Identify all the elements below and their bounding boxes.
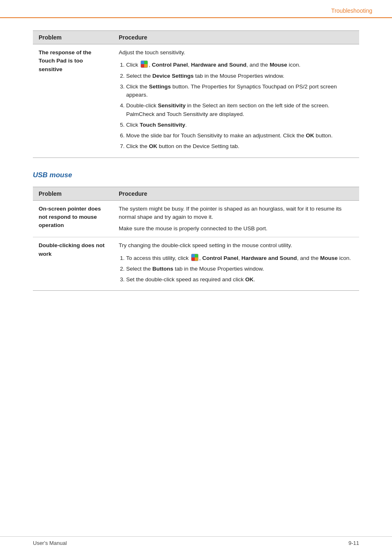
- usb-mouse-table: Problem Procedure On-screen pointer does…: [33, 187, 359, 291]
- list-item: Click the Settings button. The Propertie…: [126, 83, 353, 100]
- header-title: Troubleshooting: [331, 7, 372, 14]
- procedure-cell-3: Try changing the double-click speed sett…: [113, 237, 359, 291]
- page-header: Troubleshooting: [0, 0, 392, 18]
- footer-left: User's Manual: [33, 540, 67, 546]
- procedure-steps: Click , Control Panel, Hardware and Soun…: [126, 59, 353, 151]
- col-procedure-1: Procedure: [113, 31, 359, 44]
- list-item: Select the Buttons tab in the Mouse Prop…: [126, 265, 353, 273]
- list-item: Click , Control Panel, Hardware and Soun…: [126, 59, 353, 69]
- table-row: The response of the Touch Pad is too sen…: [33, 44, 359, 158]
- list-item: Move the slide bar for Touch Sensitivity…: [126, 132, 353, 140]
- touchpad-table: Problem Procedure The response of the To…: [33, 30, 359, 158]
- usb-mouse-section: USB mouse Problem Procedure On-screen po…: [33, 171, 359, 291]
- list-item: To access this utility, click , Control …: [126, 253, 353, 262]
- list-item: Set the double-click speed as required a…: [126, 276, 353, 284]
- list-item: Select the Device Settings tab in the Mo…: [126, 72, 353, 80]
- windows-icon: [141, 60, 148, 68]
- procedure-intro-2: Try changing the double-click speed sett…: [119, 241, 353, 250]
- table-row: On-screen pointer does not respond to mo…: [33, 200, 359, 237]
- col-problem-1: Problem: [33, 31, 113, 44]
- page-footer: User's Manual 9-11: [0, 536, 392, 546]
- problem-cell-2: On-screen pointer does not respond to mo…: [33, 200, 113, 237]
- table-row: Double-clicking does not work Try changi…: [33, 237, 359, 291]
- procedure-steps-2: To access this utility, click , Control …: [126, 253, 353, 284]
- section-title-usb: USB mouse: [33, 171, 359, 179]
- col-problem-2: Problem: [33, 187, 113, 200]
- procedure-part-1: The system might be busy. If the pointer…: [119, 205, 353, 222]
- procedure-part-2: Make sure the mouse is properly connecte…: [119, 225, 353, 233]
- procedure-cell-1: Adjust the touch sensitivity. Click , Co…: [113, 44, 359, 158]
- problem-cell-3: Double-clicking does not work: [33, 237, 113, 291]
- list-item: Click the OK button on the Device Settin…: [126, 142, 353, 151]
- problem-cell-1: The response of the Touch Pad is too sen…: [33, 44, 113, 158]
- windows-icon-2: [191, 254, 198, 261]
- footer-right: 9-11: [348, 540, 359, 546]
- procedure-intro: Adjust the touch sensitivity.: [119, 49, 353, 57]
- list-item: Click Touch Sensitivity.: [126, 121, 353, 129]
- procedure-cell-2: The system might be busy. If the pointer…: [113, 200, 359, 237]
- list-item: Double-click Sensitivity in the Select a…: [126, 102, 353, 118]
- col-procedure-2: Procedure: [113, 187, 359, 200]
